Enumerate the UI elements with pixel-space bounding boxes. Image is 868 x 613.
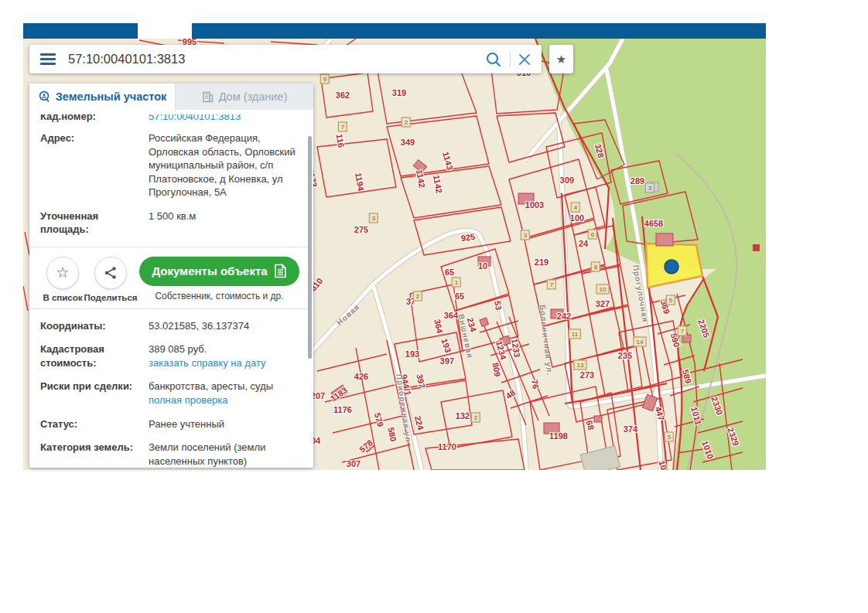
parcel-number-label: 397 bbox=[440, 356, 454, 366]
parcel-number-label: 1170 bbox=[438, 442, 456, 451]
info-row-value: 1 500 кв.м bbox=[149, 210, 196, 222]
building-number-label: 11 bbox=[569, 329, 581, 339]
parcel-number-label: 319 bbox=[392, 88, 406, 97]
info-row: Координаты:53.021585, 36.137374 bbox=[40, 319, 302, 333]
star-outline-icon: ☆ bbox=[56, 265, 69, 280]
panel-body: Кад.номер:57:10:0040101:3813Адрес:Россий… bbox=[29, 110, 313, 468]
parcel-number-label: 1010 bbox=[700, 439, 716, 460]
top-blue-bar-right bbox=[192, 23, 766, 39]
share-label: Поделиться bbox=[84, 293, 137, 302]
add-to-list-label: В список bbox=[43, 293, 82, 302]
parcel-number-label: 364 bbox=[432, 318, 445, 334]
parcel-number-label: 1194 bbox=[354, 172, 366, 192]
info-row-link[interactable]: заказать справку на дату bbox=[149, 356, 266, 370]
object-documents-button[interactable]: Документы объекта bbox=[139, 257, 299, 286]
tab-building[interactable]: Дом (здание) bbox=[175, 83, 313, 110]
parcel-number-label: 2329 bbox=[726, 426, 741, 447]
parcel-number-label: 65 bbox=[445, 267, 454, 277]
parcel-number-label: 1198 bbox=[549, 431, 568, 441]
parcel-number-label: 116 bbox=[335, 133, 347, 148]
info-row-label: Категория земель: bbox=[40, 441, 149, 468]
share-icon bbox=[104, 266, 118, 280]
building-number-label: 10 bbox=[596, 284, 610, 295]
parcel-number-label: 364 bbox=[444, 311, 458, 320]
add-to-list-button[interactable]: ☆ bbox=[46, 257, 79, 289]
building-number-label: 7 bbox=[678, 326, 687, 336]
info-row-value: банкротства, аресты, суды bbox=[149, 380, 273, 392]
parcel-number-label: 193 bbox=[405, 349, 419, 359]
info-row: Кадастровая стоимость:389 085 руб.заказа… bbox=[40, 342, 302, 370]
parcel-number-label: 10 bbox=[478, 261, 487, 271]
panel-scrollbar[interactable] bbox=[308, 136, 312, 359]
building-number-label: 5 bbox=[665, 432, 674, 442]
info-row-label: Уточненная площадь: bbox=[40, 209, 149, 237]
parcel-number-label: 193 bbox=[439, 337, 453, 353]
search-icon[interactable] bbox=[485, 51, 502, 68]
info-row-link[interactable]: полная проверка bbox=[149, 393, 228, 407]
building-number-label: 1 bbox=[452, 278, 461, 288]
info-row: Статус:Ранее учтенный bbox=[40, 417, 302, 431]
parcel-number-label: 925 bbox=[460, 232, 476, 243]
parcel-number-label: 76 bbox=[530, 379, 541, 390]
cadastral-map-app: 9953623193163492753091003100242192423272… bbox=[23, 23, 766, 470]
parcel-number-label: 275 bbox=[354, 225, 368, 234]
menu-icon[interactable] bbox=[40, 53, 56, 65]
info-row-label: Статус: bbox=[40, 417, 149, 431]
clear-icon[interactable] bbox=[518, 53, 531, 66]
search-input[interactable] bbox=[67, 51, 485, 67]
top-blue-bar-left bbox=[23, 23, 138, 39]
info-row-value[interactable]: 57:10:0040101:3813 bbox=[149, 114, 241, 122]
parcel-number-label: 2330 bbox=[709, 395, 725, 416]
parcel-number-label: 100 bbox=[570, 213, 584, 223]
search-bar bbox=[29, 45, 542, 73]
building-number-label: 3 bbox=[369, 213, 378, 223]
actions-row: ☆ В список Поделиться bbox=[29, 247, 313, 309]
info-row: Адрес:Российская Федерация, Орловская об… bbox=[40, 131, 302, 199]
building-number-label: 7 bbox=[338, 122, 347, 132]
parcel-number-label: 426 bbox=[354, 372, 368, 381]
tab-parcel[interactable]: Земельный участок bbox=[29, 83, 175, 110]
info-row-value: Ранее учтенный bbox=[149, 418, 224, 430]
parcel-number-label: 4658 bbox=[644, 219, 663, 228]
parcel-pin-icon bbox=[38, 90, 50, 103]
parcel-number-label: 349 bbox=[401, 138, 415, 147]
building-number-label: 13 bbox=[574, 360, 587, 370]
parcel-number-label: 273 bbox=[580, 370, 594, 380]
parcel-number-label: 1233 bbox=[510, 338, 522, 358]
parcel-number-label: 132 bbox=[456, 411, 470, 421]
info-row-label: Адрес: bbox=[40, 131, 149, 199]
parcel-number-label: 809 bbox=[490, 362, 502, 377]
parcel-number-label: 578 bbox=[357, 438, 374, 455]
parcel-number-label: 309 bbox=[560, 175, 574, 185]
info-row-value: 389 085 руб. bbox=[149, 343, 207, 355]
building-number-label: 5 bbox=[666, 295, 675, 305]
parcel-number-label: 1176 bbox=[333, 405, 352, 414]
building-number-label: 3 bbox=[521, 230, 530, 240]
parcel-number-label: 580 bbox=[386, 427, 398, 442]
parcel-number-label: 447 bbox=[654, 406, 666, 422]
building-number-label: 2 bbox=[471, 413, 480, 423]
parcel-number-label: 235 bbox=[618, 351, 632, 360]
object-documents-label: Документы объекта bbox=[152, 264, 267, 278]
info-row: Риски при сделки:банкротства, аресты, су… bbox=[40, 380, 302, 407]
parcel-number-label: 328 bbox=[593, 143, 606, 159]
favorites-button[interactable]: ★ bbox=[549, 45, 573, 73]
building-number-label: 8 bbox=[591, 262, 600, 272]
building-icon bbox=[202, 91, 214, 103]
building-number-label: 2 bbox=[413, 291, 422, 301]
building-number-label: 7 bbox=[547, 280, 556, 290]
info-row-label: Риски при сделки: bbox=[40, 380, 149, 407]
street-name-label: Прогулочная bbox=[631, 264, 650, 323]
info-row-value: Земли поселений (земли населенных пункто… bbox=[149, 441, 265, 467]
parcel-number-label: 48 bbox=[504, 388, 518, 401]
parcel-number-label: 1011 bbox=[689, 406, 703, 426]
parcel-number-label: 1234 bbox=[494, 340, 508, 361]
parcel-number-label: 2205 bbox=[696, 318, 712, 339]
street-name-label: Новая bbox=[335, 302, 361, 327]
parcel-number-label: 224 bbox=[413, 415, 425, 431]
parcel-number-label: 10 bbox=[657, 459, 668, 470]
share-button[interactable] bbox=[94, 257, 127, 289]
street-name-label: Больничная ул. bbox=[538, 305, 555, 376]
parcel-number-label: 589 bbox=[681, 369, 693, 385]
tab-parcel-label: Земельный участок bbox=[56, 90, 167, 103]
